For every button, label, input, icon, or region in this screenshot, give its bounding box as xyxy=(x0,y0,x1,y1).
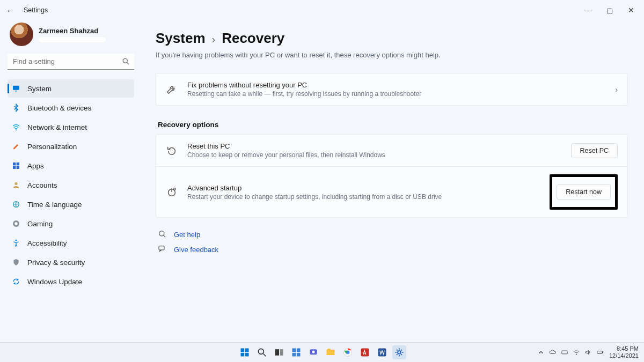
svg-point-17 xyxy=(159,231,164,236)
svg-rect-42 xyxy=(603,352,603,353)
sidebar-item-accounts[interactable]: Accounts xyxy=(8,176,134,194)
taskbar-search-icon[interactable] xyxy=(255,345,269,359)
sidebar: Zarmeen Shahzad System Bluetooth & devic… xyxy=(0,20,140,342)
battery-icon[interactable] xyxy=(596,349,604,356)
explorer-icon[interactable] xyxy=(324,345,338,359)
svg-rect-31 xyxy=(297,353,301,357)
search-input[interactable] xyxy=(8,54,134,70)
breadcrumb-root[interactable]: System xyxy=(156,30,206,47)
sidebar-item-network[interactable]: Network & internet xyxy=(8,118,134,136)
advanced-startup-card: Advanced startup Restart your device to … xyxy=(156,167,628,218)
get-help-link[interactable]: Get help xyxy=(174,231,200,239)
wifi-icon xyxy=(12,123,20,131)
svg-rect-5 xyxy=(13,162,16,165)
sidebar-item-bluetooth[interactable]: Bluetooth & devices xyxy=(8,99,134,117)
wifi-tray-icon[interactable] xyxy=(573,349,580,356)
svg-line-18 xyxy=(164,235,165,237)
sidebar-item-privacy[interactable]: Privacy & security xyxy=(8,253,134,271)
sidebar-item-accessibility[interactable]: Accessibility xyxy=(8,234,134,252)
start-button[interactable] xyxy=(238,345,252,359)
get-help-row[interactable]: Get help xyxy=(158,230,628,239)
avatar xyxy=(10,23,33,46)
chevron-right-icon: › xyxy=(212,33,216,46)
card-title: Advanced startup xyxy=(187,184,536,192)
taskbar-center xyxy=(238,345,406,359)
svg-rect-22 xyxy=(241,353,245,357)
clock[interactable]: 8:45 PM 12/14/2021 xyxy=(609,345,639,359)
svg-rect-37 xyxy=(378,349,386,357)
svg-rect-8 xyxy=(17,166,19,169)
taskbar-date: 12/14/2021 xyxy=(609,352,639,359)
svg-line-1 xyxy=(127,62,129,64)
sidebar-item-gaming[interactable]: Gaming xyxy=(8,215,134,233)
settings-taskbar-icon[interactable] xyxy=(392,345,406,359)
sidebar-item-windows-update[interactable]: Windows Update xyxy=(8,272,134,291)
svg-rect-27 xyxy=(280,349,283,356)
sidebar-item-label: Apps xyxy=(27,162,44,170)
section-label: Recovery options xyxy=(158,121,628,129)
sidebar-item-label: System xyxy=(27,85,52,93)
nav-list: System Bluetooth & devices Network & int… xyxy=(8,79,134,291)
sidebar-item-label: Windows Update xyxy=(27,278,82,286)
minimize-button[interactable]: — xyxy=(577,2,599,18)
restart-now-button[interactable]: Restart now xyxy=(557,184,611,200)
brush-icon xyxy=(12,142,20,151)
svg-rect-6 xyxy=(17,162,19,165)
card-desc: Choose to keep or remove your personal f… xyxy=(187,151,561,159)
keyboard-icon[interactable] xyxy=(561,349,568,356)
chat-icon[interactable] xyxy=(306,345,320,359)
taskbar-right: 8:45 PM 12/14/2021 xyxy=(537,343,644,362)
reset-pc-card: Reset this PC Choose to keep or remove y… xyxy=(156,134,628,167)
svg-line-25 xyxy=(264,354,266,357)
wrench-icon xyxy=(166,84,178,95)
chevron-up-icon[interactable] xyxy=(537,349,545,356)
word-icon[interactable] xyxy=(375,345,389,359)
onedrive-icon[interactable] xyxy=(549,349,557,356)
svg-rect-39 xyxy=(562,351,568,354)
volume-icon[interactable] xyxy=(584,349,592,356)
power-icon xyxy=(166,186,178,198)
display-icon xyxy=(12,84,20,93)
feedback-icon xyxy=(158,245,167,254)
sidebar-item-label: Privacy & security xyxy=(27,258,85,267)
card-title: Fix problems without resetting your PC xyxy=(187,81,605,89)
svg-point-9 xyxy=(14,182,17,185)
adobe-reader-icon[interactable] xyxy=(358,345,372,359)
fix-problems-card[interactable]: Fix problems without resetting your PC R… xyxy=(156,73,628,106)
update-icon xyxy=(12,277,20,286)
reset-pc-button[interactable]: Reset PC xyxy=(571,143,618,158)
sidebar-item-apps[interactable]: Apps xyxy=(8,157,134,175)
sidebar-item-label: Personalization xyxy=(27,143,77,151)
close-button[interactable]: ✕ xyxy=(620,2,642,18)
card-desc: Resetting can take a while — first, try … xyxy=(187,90,605,98)
svg-point-13 xyxy=(16,240,17,241)
give-feedback-row[interactable]: Give feedback xyxy=(158,245,628,254)
task-view-icon[interactable] xyxy=(272,345,286,359)
gaming-icon xyxy=(12,219,20,228)
system-tray[interactable] xyxy=(537,349,604,356)
shield-icon xyxy=(12,258,20,267)
maximize-button[interactable]: ▢ xyxy=(599,2,620,18)
svg-rect-3 xyxy=(15,91,17,91)
main-content: System › Recovery If you're having probl… xyxy=(140,20,644,342)
sidebar-item-time-language[interactable]: Time & language xyxy=(8,195,134,213)
svg-rect-28 xyxy=(292,349,296,352)
sidebar-item-personalization[interactable]: Personalization xyxy=(8,137,134,156)
sidebar-item-label: Time & language xyxy=(27,201,82,209)
search-box[interactable] xyxy=(8,54,134,70)
card-title: Reset this PC xyxy=(187,142,561,150)
annotation-highlight: Restart now xyxy=(550,174,618,210)
svg-point-0 xyxy=(123,58,127,63)
accessibility-icon xyxy=(12,239,20,247)
sidebar-item-label: Bluetooth & devices xyxy=(27,104,91,112)
chevron-right-icon: › xyxy=(615,85,618,94)
profile-block[interactable]: Zarmeen Shahzad xyxy=(8,23,134,46)
taskbar: 8:45 PM 12/14/2021 xyxy=(0,342,644,362)
back-button[interactable]: ← xyxy=(2,6,18,15)
chrome-icon[interactable] xyxy=(341,345,355,359)
widgets-icon[interactable] xyxy=(289,345,303,359)
person-icon xyxy=(12,181,20,189)
svg-rect-21 xyxy=(245,349,249,352)
give-feedback-link[interactable]: Give feedback xyxy=(174,246,218,254)
sidebar-item-system[interactable]: System xyxy=(8,79,134,98)
